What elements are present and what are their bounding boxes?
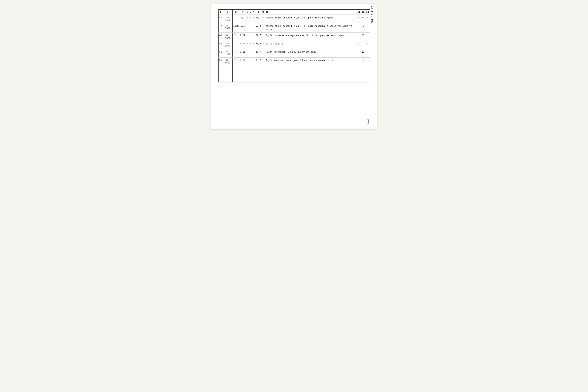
cell-col4: 0,2 — [239, 15, 246, 23]
main-table: I 2 3 4 5 6 7 8 9 IO II I2 I3 468–I450"0… — [218, 9, 370, 82]
cell-col1: 50 — [219, 49, 223, 57]
empty-cell — [246, 66, 249, 82]
cell-col13: – — [365, 32, 370, 41]
cell-col5: – — [246, 15, 249, 23]
page-number: 102 — [367, 119, 369, 124]
cell-col7: – — [252, 15, 255, 23]
empty-cell — [361, 66, 365, 82]
cell-col2: 8–I530 — [223, 23, 232, 33]
cell-col6: – — [249, 23, 252, 33]
cell-col6: – — [249, 32, 252, 41]
cell-col9: – — [262, 32, 264, 41]
cell-col2: 8–428I — [223, 41, 232, 49]
empty-row — [219, 66, 370, 82]
cell-col11: – — [357, 57, 361, 66]
cell-col5: – — [246, 23, 249, 33]
cell-col11: – — [357, 15, 361, 23]
empty-cell — [255, 66, 262, 82]
cell-col9: – — [262, 15, 264, 23]
cell-col3: " — [232, 41, 239, 49]
cell-col12: 87 — [361, 57, 365, 66]
cell-col13: – — [365, 15, 370, 23]
cell-col12: I2 — [361, 49, 365, 57]
cell-col4: 0,25 — [239, 49, 246, 57]
cell-col3: " — [232, 49, 239, 57]
cell-col8: 97,7 — [255, 32, 262, 41]
cell-col8: 5I,7 — [255, 15, 262, 23]
cell-col3: IOOм — [232, 23, 239, 33]
cell-col12: 3I — [361, 32, 365, 41]
document-label: 264-12-2-20 — [371, 6, 374, 24]
cell-col2: 8–4500 — [223, 57, 232, 66]
cell-col6: – — [249, 49, 252, 57]
header-col8: 8 — [255, 10, 262, 15]
empty-cell — [223, 66, 232, 82]
table-row: 508–4360"0,25–––48,7–Рукав негермети-чес… — [219, 49, 370, 57]
cell-col7: – — [252, 23, 255, 33]
header-col4: 4 — [239, 10, 246, 15]
cell-col1: 49 — [219, 41, 223, 49]
table-row: 468–I450"0,2–––5I,7–Кабель,АКВВГ,весом I… — [219, 15, 370, 23]
cell-col1: 48 — [219, 32, 223, 41]
header-col7: 7 — [252, 10, 255, 15]
cell-col7: – — [252, 49, 255, 57]
cell-col10: Рукав негермети-ческий, диаметром I5мм — [264, 49, 357, 57]
cell-col5: – — [246, 57, 249, 66]
cell-col10: Кабель АКВВГ весом I м до I кг, затя-гив… — [264, 23, 357, 33]
header-col10: IO — [264, 10, 357, 15]
header-col9: 9 — [262, 10, 264, 15]
cell-col4: 0,03 — [239, 41, 246, 49]
header-col13: I3 — [365, 10, 370, 15]
header-col2: 2 — [223, 10, 232, 15]
cell-col11: – — [357, 23, 361, 33]
cell-col13: – — [365, 49, 370, 57]
page: 264-12-2-20 I 2 3 4 5 6 7 8 9 IO II I2 I… — [211, 4, 377, 129]
cell-col10: То же, скрыто — [264, 41, 357, 49]
header-col1: I — [219, 10, 223, 15]
cell-col7: – — [252, 41, 255, 49]
cell-col2: 8–4276 — [223, 32, 232, 41]
cell-col8: 80,7 — [255, 57, 262, 66]
cell-col5: – — [246, 32, 249, 41]
cell-col8: I3,4 — [255, 23, 262, 33]
table-row: 488–4276"0,32–––97,7–Труба стальная элек… — [219, 32, 370, 41]
empty-cell — [249, 66, 252, 82]
header-col12: I2 — [361, 10, 365, 15]
cell-col7: – — [252, 32, 255, 41]
cell-col10: Кабель,АКВВГ,весом I м до I кг,прело-жен… — [264, 15, 357, 23]
cell-col5: – — [246, 41, 249, 49]
empty-cell — [264, 66, 357, 82]
cell-col1: 46 — [219, 15, 223, 23]
header-col11: II — [357, 10, 361, 15]
empty-cell — [365, 66, 370, 82]
header-col5: 5 — [246, 10, 249, 15]
empty-cell — [239, 66, 246, 82]
cell-col9: – — [262, 23, 264, 33]
cell-col12: I — [361, 41, 365, 49]
empty-cell — [357, 66, 361, 82]
header-col3: 3 — [232, 10, 239, 15]
cell-col8: 48,7 — [255, 49, 262, 57]
cell-col11: – — [357, 32, 361, 41]
cell-col13: – — [365, 41, 370, 49]
cell-col11: – — [357, 49, 361, 57]
cell-col5: – — [246, 49, 249, 57]
cell-col3: " — [232, 57, 239, 66]
cell-col12: I — [361, 23, 365, 33]
table-header-row: I 2 3 4 5 6 7 8 9 IO II I2 I3 — [219, 10, 370, 15]
cell-col6: – — [249, 15, 252, 23]
empty-cell — [232, 66, 239, 82]
cell-col1: 5I — [219, 57, 223, 66]
cell-col7: – — [252, 57, 255, 66]
cell-col6: – — [249, 57, 252, 66]
cell-col10: Труба стальная электросварная 20x1,6 мм,… — [264, 32, 357, 41]
cell-col13: – — [365, 57, 370, 66]
table-row: 5I8–4500"I,08–––80,7–Труба винипластовая… — [219, 57, 370, 66]
cell-col3: " — [232, 15, 239, 23]
table-row: 478–I530IOOм0,I–––I3,4–Кабель АКВВГ весо… — [219, 23, 370, 33]
cell-col2: 8–I450 — [223, 15, 232, 23]
cell-col9: – — [262, 57, 264, 66]
empty-cell — [219, 66, 223, 82]
cell-col10: Труба винипластовая, диам.25 мм, проло-ж… — [264, 57, 357, 66]
header-col6: 6 — [249, 10, 252, 15]
